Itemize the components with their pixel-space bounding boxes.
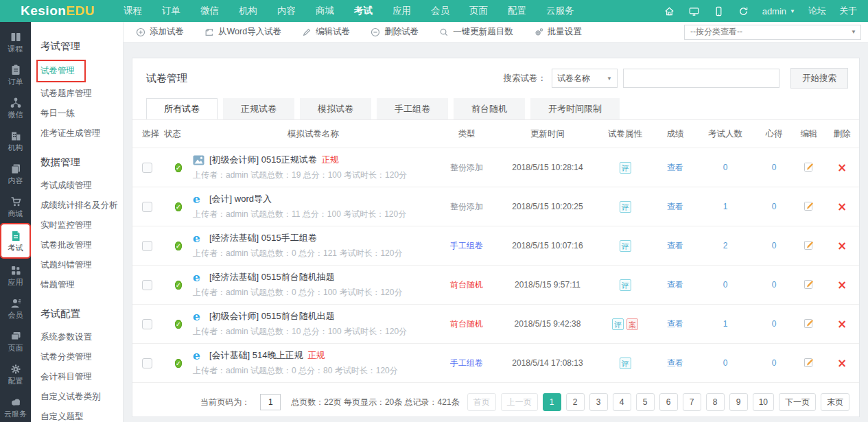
delete-icon[interactable]: × [837, 317, 847, 331]
review-badge[interactable]: 评 [620, 279, 631, 291]
notes-count[interactable]: 0 [755, 202, 793, 211]
row-checkbox[interactable] [142, 202, 152, 212]
sidebar-item-question-bank[interactable]: 试卷题库管理 [40, 84, 123, 104]
tab-all-papers[interactable]: 所有试卷 [146, 98, 218, 119]
about-link[interactable]: 关于 [839, 5, 857, 17]
home-icon[interactable] [664, 5, 675, 17]
topnav-cloud[interactable]: 云服务 [546, 5, 574, 17]
sidebar-item-score-management[interactable]: 考试成绩管理 [40, 176, 123, 196]
tab-manual-papers[interactable]: 手工组卷 [377, 98, 448, 119]
page-button-10[interactable]: 10 [753, 393, 774, 411]
rail-item-organization[interactable]: 机构 [0, 124, 31, 157]
add-paper-button[interactable]: 添加试卷 [136, 26, 184, 38]
paper-title[interactable]: [初级会计师] 0515前台随机出题 [209, 310, 335, 323]
sidebar-item-system-params[interactable]: 系统参数设置 [40, 327, 123, 347]
sidebar-item-paper-grading[interactable]: 试卷批改管理 [40, 235, 123, 255]
import-word-button[interactable]: 从Word导入试卷 [204, 26, 281, 38]
last-page-button[interactable]: 末页 [821, 393, 849, 411]
row-checkbox[interactable] [142, 241, 152, 251]
topnav-pages[interactable]: 页面 [469, 5, 488, 17]
rail-item-content[interactable]: 内容 [0, 157, 31, 190]
paper-title[interactable]: [初级会计师] 0515正规试卷 [209, 154, 317, 166]
page-button-6[interactable]: 6 [659, 393, 678, 411]
delete-icon[interactable]: × [837, 200, 847, 213]
delete-icon[interactable]: × [837, 161, 847, 174]
update-count-button[interactable]: 一键更新题目数 [439, 26, 513, 38]
row-checkbox[interactable] [142, 280, 152, 290]
examinee-count[interactable]: 1 [696, 202, 755, 211]
topnav-members[interactable]: 会员 [431, 5, 449, 17]
search-input[interactable] [623, 69, 779, 88]
paper-title[interactable]: [会计] word导入 [209, 193, 272, 205]
edit-icon[interactable] [804, 239, 814, 250]
next-page-button[interactable]: 下一页 [779, 393, 816, 411]
view-score-link[interactable]: 查看 [667, 241, 683, 250]
review-badge[interactable]: 评 [620, 201, 631, 213]
review-badge[interactable]: 评 [620, 240, 631, 252]
search-button[interactable]: 开始搜索 [790, 68, 848, 89]
view-score-link[interactable]: 查看 [667, 202, 683, 211]
case-badge[interactable]: 案 [626, 318, 638, 330]
sidebar-item-admission-ticket[interactable]: 准考证生成管理 [40, 124, 123, 143]
examinee-count[interactable]: 2 [696, 241, 755, 250]
notes-count[interactable]: 0 [755, 280, 793, 290]
sidebar-item-score-analysis[interactable]: 成绩统计排名及分析 [40, 196, 123, 215]
rail-item-members[interactable]: 会员 [0, 292, 31, 325]
tab-formal-papers[interactable]: 正规试卷 [223, 98, 294, 119]
page-button-5[interactable]: 5 [636, 393, 655, 411]
edit-icon[interactable] [804, 200, 814, 211]
topnav-apps[interactable]: 应用 [392, 5, 411, 17]
topnav-wechat[interactable]: 微信 [200, 5, 219, 17]
category-filter-select[interactable]: --按分类查看-- ▼ [684, 25, 861, 40]
page-button-8[interactable]: 8 [706, 393, 725, 411]
review-badge[interactable]: 评 [620, 357, 631, 369]
admin-menu[interactable]: admin▼ [762, 6, 795, 16]
paper-title[interactable]: [经济法基础] 0515手工组卷 [209, 232, 317, 244]
desktop-icon[interactable] [688, 5, 700, 17]
examinee-count[interactable]: 1 [696, 319, 755, 329]
current-page-input[interactable] [260, 394, 281, 410]
edit-paper-button[interactable]: 编辑试卷 [302, 26, 350, 38]
page-button-4[interactable]: 4 [613, 393, 631, 411]
sidebar-item-custom-question-types[interactable]: 自定义题型 [40, 407, 123, 422]
view-score-link[interactable]: 查看 [667, 280, 683, 290]
notes-count[interactable]: 0 [755, 358, 793, 368]
page-button-3[interactable]: 3 [589, 393, 608, 411]
row-checkbox[interactable] [142, 163, 152, 173]
sidebar-item-accounting-subjects[interactable]: 会计科目管理 [40, 367, 123, 387]
first-page-button[interactable]: 首页 [467, 393, 496, 411]
paper-title[interactable]: [经济法基础] 0515前台随机抽题 [209, 271, 335, 283]
refresh-icon[interactable] [738, 5, 749, 17]
rail-item-cloud[interactable]: 云服务 [0, 390, 31, 422]
row-checkbox[interactable] [142, 319, 152, 329]
notes-count[interactable]: 0 [755, 241, 793, 250]
prev-page-button[interactable]: 上一页 [501, 393, 538, 411]
page-button-2[interactable]: 2 [566, 393, 585, 411]
tab-frontend-random[interactable]: 前台随机 [454, 98, 525, 119]
notes-count[interactable]: 0 [755, 319, 793, 329]
rail-item-exam[interactable]: 考试 [1, 224, 30, 257]
sidebar-item-paper-management[interactable]: 试卷管理 [40, 61, 75, 81]
topnav-courses[interactable]: 课程 [124, 5, 142, 17]
sidebar-item-paper-categories[interactable]: 试卷分类管理 [40, 347, 123, 367]
topnav-mall[interactable]: 商城 [316, 5, 334, 17]
notes-count[interactable]: 0 [755, 163, 793, 172]
delete-paper-button[interactable]: 删除试卷 [371, 26, 419, 38]
sidebar-item-realtime-monitor[interactable]: 实时监控管理 [40, 215, 123, 235]
view-score-link[interactable]: 查看 [667, 163, 683, 172]
delete-icon[interactable]: × [837, 278, 847, 292]
rail-item-orders[interactable]: 订单 [0, 58, 31, 91]
paper-title[interactable]: [会计基础] 514晚上正规 [209, 349, 303, 362]
delete-icon[interactable]: × [837, 356, 847, 370]
topnav-organization[interactable]: 机构 [239, 5, 257, 17]
rail-item-wechat[interactable]: 微信 [0, 91, 31, 124]
edit-icon[interactable] [804, 318, 814, 329]
batch-settings-button[interactable]: 批量设置 [534, 26, 582, 38]
tab-time-limit[interactable]: 开考时间限制 [530, 98, 620, 119]
delete-icon[interactable]: × [837, 239, 847, 253]
sidebar-item-wrong-questions[interactable]: 错题管理 [40, 275, 123, 295]
view-score-link[interactable]: 查看 [667, 319, 683, 329]
view-score-link[interactable]: 查看 [667, 358, 683, 368]
sidebar-item-custom-paper-types[interactable]: 自定义试卷类别 [40, 387, 123, 407]
page-button-7[interactable]: 7 [683, 393, 701, 411]
